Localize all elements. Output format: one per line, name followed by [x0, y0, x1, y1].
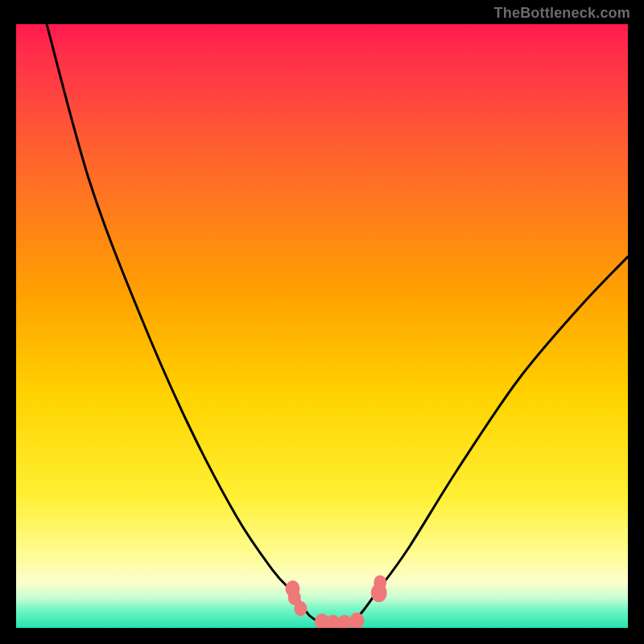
chart-stage: TheBottleneck.com: [0, 0, 644, 644]
curve-svg: [16, 24, 628, 628]
data-marker: [294, 601, 307, 616]
data-marker: [349, 613, 364, 628]
bottleneck-curve: [47, 24, 628, 626]
watermark-text: TheBottleneck.com: [494, 5, 630, 22]
data-marker: [374, 576, 386, 590]
marker-group: [286, 576, 387, 628]
plot-area: [16, 24, 628, 628]
